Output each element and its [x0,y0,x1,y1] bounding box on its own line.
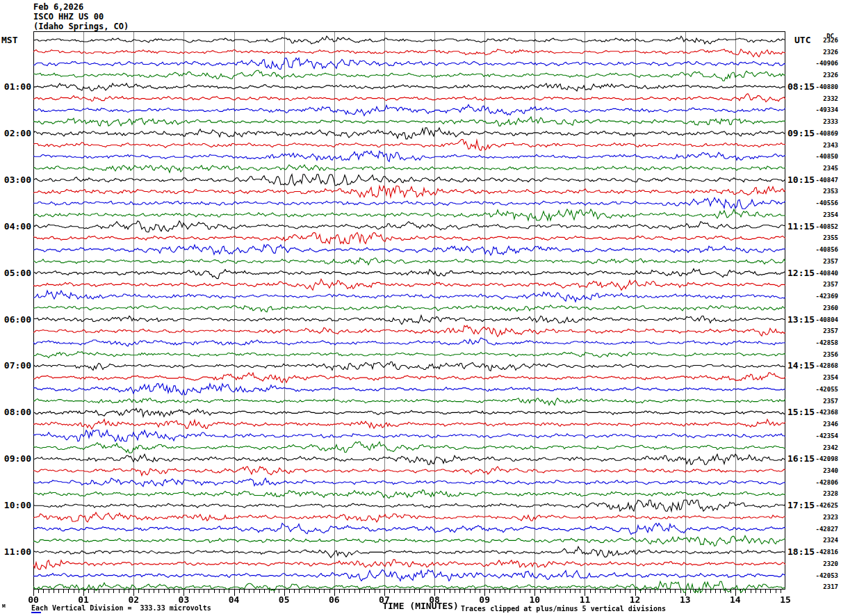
helicorder-canvas [33,31,785,598]
dc-value: -42098 [806,455,838,462]
corner-glyph: м [2,603,6,609]
dc-value: 2360 [806,305,838,311]
minute-label: 11 [573,594,596,605]
minute-label: 02 [122,594,145,605]
dc-value: -40850 [806,153,838,160]
left-hour-label: 06:00 [0,314,31,325]
dc-value: 2356 [806,351,838,358]
station-id: ISCO HHZ US 00 [33,12,104,22]
dc-value: 2353 [806,188,838,195]
dc-value: 2345 [806,165,838,172]
minute-label: 15 [774,594,797,605]
dc-value: -40556 [806,200,838,206]
dc-value: 2357 [806,258,838,265]
dc-value: -42053 [806,572,838,579]
scale-note: Each Vertical Division = 333.33 microvol… [31,604,211,612]
dc-value: -42858 [806,339,838,346]
left-hour-label: 10:00 [0,500,31,510]
dc-value: 2340 [806,467,838,474]
header-date: Feb 6,2026 [33,2,83,12]
minute-label: 00 [22,594,45,605]
dc-value: -42868 [806,362,838,369]
dc-value: -42816 [806,549,838,556]
helicorder-page: Feb 6,2026 ISCO HHZ US 00 (Idaho Springs… [0,0,841,616]
dc-value: -40804 [806,316,838,323]
dc-value: 2326 [806,49,838,56]
clip-note: Traces clipped at plus/minus 5 vertical … [461,605,666,613]
minute-label: 14 [724,594,747,605]
left-hour-label: 03:00 [0,175,31,185]
dc-value: 2357 [806,327,838,334]
dc-value: 2332 [806,95,838,102]
dc-value: 2328 [806,490,838,497]
dc-value: 2320 [806,560,838,567]
dc-value: 2355 [806,234,838,241]
dc-value: -40847 [806,177,838,184]
dc-value: 2357 [806,398,838,405]
left-hour-label: 02:00 [0,128,31,138]
dc-value: 2326 [806,72,838,79]
left-hour-label: 01:00 [0,81,31,92]
dc-value: 2354 [806,374,838,381]
blue-scale-mark [31,612,41,613]
dc-value: -42369 [806,293,838,300]
minute-label: 03 [172,594,195,605]
dc-value: -42368 [806,409,838,416]
minute-label: 01 [72,594,95,605]
left-hour-label: 04:00 [0,221,31,232]
dc-value: 2324 [806,537,838,544]
dc-value: 2346 [806,421,838,428]
dc-value: -40880 [806,83,838,90]
dc-value: -42827 [806,526,838,533]
dc-value: -40906 [806,60,838,67]
minute-label: 12 [623,594,647,605]
dc-value: 2317 [806,583,838,590]
dc-value: -49334 [806,106,838,113]
dc-value: -42354 [806,432,838,439]
dc-value: -40856 [806,246,838,253]
dc-value: -40840 [806,270,838,277]
minute-label: 04 [222,594,246,605]
dc-value: -40869 [806,130,838,137]
left-hour-label: 07:00 [0,360,31,371]
dc-value: 2354 [806,211,838,218]
left-hour-label: 05:00 [0,268,31,278]
dc-value: -42806 [806,479,838,486]
dc-value: 2343 [806,142,838,149]
left-hour-label: 11:00 [0,546,31,557]
mst-label: MST [1,35,17,45]
dc-value: -42625 [806,502,838,509]
dc-value: 2333 [806,118,838,125]
left-hour-label: 08:00 [0,407,31,417]
minute-label: 05 [272,594,296,605]
left-hour-label: 09:00 [0,453,31,464]
station-location: (Idaho Springs, CO) [33,22,129,31]
dc-value: -40852 [806,223,838,230]
dc-value: 2357 [806,281,838,288]
minute-label: 10 [523,594,546,605]
dc-value: 2342 [806,444,838,451]
dc-value: 2323 [806,514,838,521]
dc-value: 2326 [806,37,838,44]
dc-value: -42055 [806,386,838,393]
minute-label: 13 [673,594,697,605]
